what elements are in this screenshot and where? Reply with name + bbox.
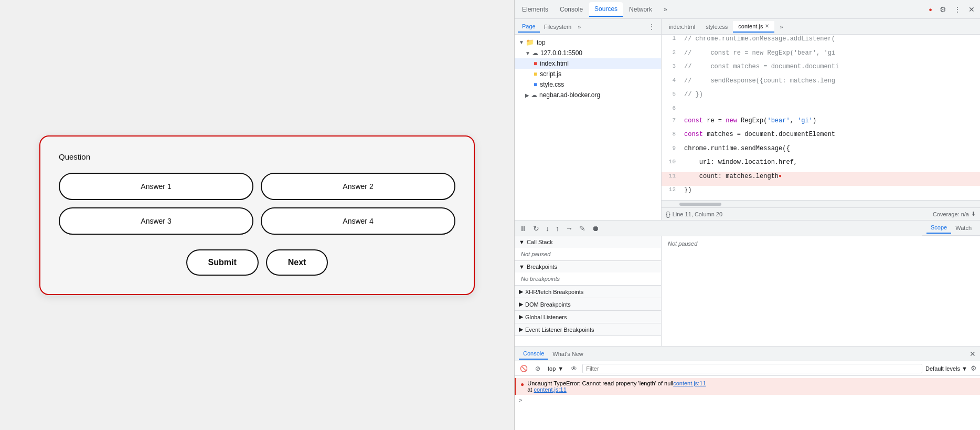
submit-button[interactable]: Submit	[186, 249, 259, 276]
tree-item-index-html[interactable]: ■ index.html	[515, 58, 661, 69]
settings-icon[interactable]: ⚙	[936, 3, 950, 16]
code-line-1: 1 // chrome.runtime.onMessage.addListene…	[662, 35, 980, 49]
filetree-menu-icon[interactable]: ⋮	[645, 21, 658, 33]
console-eye-icon[interactable]: 👁	[569, 364, 579, 373]
call-stack-section: ▼ Call Stack Not paused	[515, 236, 661, 261]
scope-tab-watch[interactable]: Watch	[951, 223, 976, 233]
tab-index-html[interactable]: index.html	[664, 22, 700, 32]
line-num-1: 1	[662, 35, 680, 49]
console-context-selector: top ▼	[546, 365, 566, 372]
step-over-button[interactable]: ↻	[531, 223, 541, 234]
dom-breakpoints-section: ▶ DOM Breakpoints	[515, 298, 661, 311]
code-line-6: 6	[662, 104, 980, 117]
pause-button[interactable]: ⏸	[518, 223, 528, 234]
tree-item-style-css[interactable]: ■ style.css	[515, 79, 661, 90]
close-devtools-icon[interactable]: ✕	[965, 3, 978, 16]
step-button[interactable]: →	[564, 223, 574, 234]
code-editor-panel: index.html style.css content.js ✕ » 1 //…	[662, 19, 980, 220]
code-line-12: 12 })	[662, 186, 980, 200]
tree-label-style-css: style.css	[540, 81, 564, 88]
debugger-right-panel: Not paused	[662, 236, 980, 346]
xhr-breakpoints-header[interactable]: ▶ XHR/fetch Breakpoints	[515, 286, 661, 298]
line-content-9: chrome.runtime.sendMessage({	[680, 144, 980, 159]
devtools-panel: Elements Console Sources Network » ● ⚙ ⋮…	[514, 0, 980, 430]
console-close-icon[interactable]: ✕	[970, 350, 976, 358]
event-listener-header[interactable]: ▶ Event Listener Breakpoints	[515, 323, 661, 335]
error-badge-icon: ●	[925, 4, 935, 15]
error-stack-link[interactable]: content.js:11	[534, 386, 566, 393]
tab-close-content-js[interactable]: ✕	[765, 23, 769, 29]
tree-item-negbar[interactable]: ▶ ☁ negbar.ad-blocker.org	[515, 90, 661, 100]
more-options-icon[interactable]: ⋮	[951, 3, 964, 16]
tab-console[interactable]: Console	[555, 3, 588, 16]
tree-arrow-localhost: ▼	[525, 50, 530, 56]
tab-sources[interactable]: Sources	[589, 2, 623, 17]
code-area[interactable]: 1 // chrome.runtime.onMessage.addListene…	[662, 35, 980, 200]
answer-2-button[interactable]: Answer 2	[261, 173, 455, 200]
horizontal-scrollbar[interactable]	[662, 200, 980, 207]
breakpoints-label: Breakpoints	[527, 264, 557, 270]
tree-item-localhost[interactable]: ▼ ☁ 127.0.0.1:5500	[515, 48, 661, 58]
filetree-tabs: Page Filesystem » ⋮	[515, 19, 661, 35]
console-levels-dropdown[interactable]: Default levels ▼	[925, 365, 967, 372]
breakpoints-header[interactable]: ▼ Breakpoints	[515, 261, 661, 272]
record-button[interactable]: ⏺	[590, 223, 601, 234]
tree-item-script-js[interactable]: ■ script.js	[515, 69, 661, 79]
cloud-icon-localhost: ☁	[532, 49, 538, 57]
answer-1-button[interactable]: Answer 1	[59, 173, 253, 200]
code-line-2: 2 // const re = new RegExp('bear', 'gi	[662, 49, 980, 63]
step-out-button[interactable]: ↑	[554, 223, 561, 234]
code-line-9: 9 chrome.runtime.sendMessage({	[662, 144, 980, 159]
deactivate-breakpoints-button[interactable]: ✎	[578, 223, 587, 234]
tab-elements[interactable]: Elements	[517, 3, 553, 16]
console-filter-icon[interactable]: ⊘	[533, 364, 542, 373]
tab-style-css[interactable]: style.css	[700, 22, 733, 32]
console-context-dropdown-icon[interactable]: ▼	[558, 365, 563, 372]
code-line-11: 11 count: matches.length●	[662, 172, 980, 186]
call-stack-header[interactable]: ▼ Call Stack	[515, 236, 661, 248]
next-button[interactable]: Next	[266, 249, 328, 276]
line-num-6: 6	[662, 104, 680, 117]
tab-content-js[interactable]: content.js ✕	[733, 21, 774, 33]
tab-editor-more[interactable]: »	[774, 22, 788, 32]
tab-filesystem[interactable]: Filesystem	[540, 22, 576, 32]
call-stack-arrow: ▼	[519, 239, 525, 245]
global-listeners-header[interactable]: ▶ Global Listeners	[515, 311, 661, 323]
error-location-link[interactable]: content.js:11	[673, 380, 706, 386]
tab-network[interactable]: Network	[624, 3, 657, 16]
line-content-6	[680, 104, 980, 117]
quiz-card: Question Answer 1 Answer 2 Answer 3 Answ…	[39, 135, 475, 295]
debugger-body: ▼ Call Stack Not paused ▼ Breakpoints No…	[515, 236, 980, 346]
answer-4-button[interactable]: Answer 4	[261, 207, 455, 235]
global-arrow: ▶	[519, 313, 523, 320]
console-settings-icon[interactable]: ⚙	[971, 364, 977, 372]
filetree-more-icon[interactable]: »	[576, 22, 583, 32]
expand-icon[interactable]: ⬇	[971, 211, 976, 217]
folder-icon-top: 📁	[526, 38, 534, 46]
dom-breakpoints-header[interactable]: ▶ DOM Breakpoints	[515, 298, 661, 310]
console-tab-console[interactable]: Console	[519, 348, 548, 360]
editor-tabs: index.html style.css content.js ✕ »	[662, 19, 980, 35]
scrollbar-thumb[interactable]	[679, 203, 721, 206]
console-prompt[interactable]: >	[515, 395, 980, 405]
console-tab-whats-new[interactable]: What's New	[548, 349, 587, 359]
scope-tab-scope[interactable]: Scope	[926, 222, 951, 234]
xhr-arrow: ▶	[519, 288, 523, 295]
console-clear-button[interactable]: 🚫	[518, 364, 530, 373]
tab-more[interactable]: »	[658, 3, 673, 16]
line-content-8: const matches = document.documentElement	[680, 130, 980, 144]
answer-3-button[interactable]: Answer 3	[59, 207, 253, 235]
tree-item-top[interactable]: ▼ 📁 top	[515, 37, 661, 48]
debugger-panel: ⏸ ↻ ↓ ↑ → ✎ ⏺ Scope Watch ▼ Call Stack	[515, 220, 980, 346]
tab-page[interactable]: Page	[518, 21, 540, 33]
tab-content-js-label: content.js	[738, 23, 763, 29]
file-tree-panel: Page Filesystem » ⋮ ▼ 📁 top ▼ ☁ 127.0.0.…	[515, 19, 662, 220]
scope-not-paused: Not paused	[662, 236, 980, 346]
global-listeners-section: ▶ Global Listeners	[515, 311, 661, 323]
tree-label-localhost: 127.0.0.1:5500	[540, 49, 582, 57]
console-panel: Console What's New ✕ 🚫 ⊘ top ▼ 👁 Default…	[515, 346, 980, 430]
console-body: ● Uncaught TypeError: Cannot read proper…	[515, 376, 980, 430]
console-filter-input[interactable]	[582, 364, 922, 373]
debugger-top-bar: ⏸ ↻ ↓ ↑ → ✎ ⏺ Scope Watch	[515, 221, 980, 236]
step-into-button[interactable]: ↓	[544, 223, 551, 234]
